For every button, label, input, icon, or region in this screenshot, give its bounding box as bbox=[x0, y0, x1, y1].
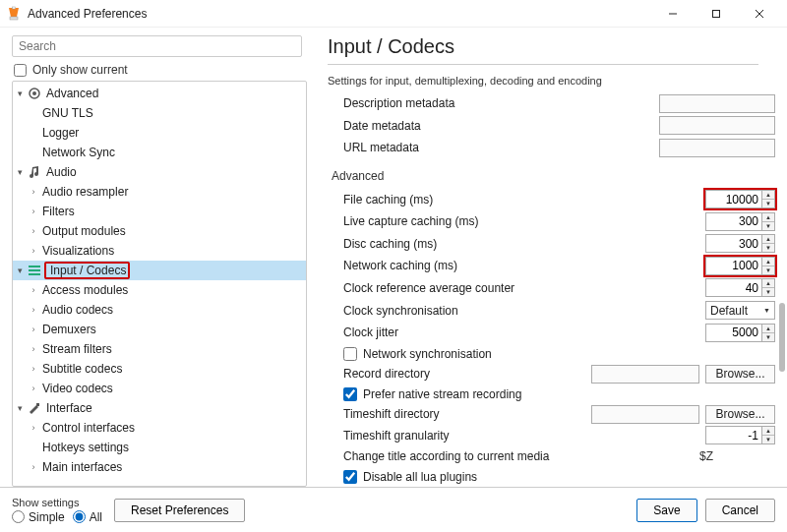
chevron-right-icon[interactable]: › bbox=[27, 325, 40, 334]
tree-item-main-interfaces[interactable]: ›Main interfaces bbox=[13, 457, 306, 477]
field-date-metadata: Date metadata bbox=[328, 116, 775, 137]
save-button[interactable]: Save bbox=[636, 499, 696, 522]
reset-preferences-button[interactable]: Reset Preferences bbox=[114, 499, 245, 522]
field-file-caching: File caching (ms)▲▼ bbox=[328, 190, 775, 210]
tree-item-network-sync[interactable]: Network Sync bbox=[13, 143, 306, 162]
tree-item-video-codecs[interactable]: ›Video codecs bbox=[13, 379, 306, 398]
clock-jitter-input[interactable] bbox=[705, 324, 762, 342]
tree-item-gnutls[interactable]: GNU TLS bbox=[13, 103, 306, 123]
tree-item-output-modules[interactable]: ›Output modules bbox=[13, 221, 306, 241]
record-browse-button[interactable]: Browse... bbox=[705, 365, 775, 384]
tree-item-audio[interactable]: ▾Audio bbox=[13, 162, 306, 182]
chevron-right-icon[interactable]: › bbox=[27, 226, 40, 236]
chevron-right-icon[interactable]: › bbox=[27, 305, 40, 315]
chevron-right-icon[interactable]: › bbox=[27, 187, 40, 197]
live-capture-input[interactable] bbox=[705, 212, 762, 231]
page-title: Input / Codecs bbox=[328, 35, 758, 65]
clock-sync-combo[interactable]: Default▼ bbox=[705, 301, 775, 320]
url-metadata-input[interactable] bbox=[659, 139, 775, 157]
chevron-right-icon[interactable]: › bbox=[27, 207, 40, 216]
timeshift-browse-button[interactable]: Browse... bbox=[705, 405, 775, 424]
close-button[interactable] bbox=[738, 0, 781, 28]
file-caching-input[interactable] bbox=[705, 190, 762, 208]
search-input[interactable] bbox=[12, 35, 302, 57]
chevron-down-icon: ▼ bbox=[763, 307, 770, 314]
radio-simple[interactable]: Simple bbox=[12, 510, 65, 524]
cancel-button[interactable]: Cancel bbox=[705, 499, 775, 522]
chevron-right-icon[interactable]: › bbox=[27, 364, 40, 374]
expand-icon[interactable]: ▾ bbox=[13, 403, 27, 413]
tree-item-hotkeys[interactable]: Hotkeys settings bbox=[13, 438, 306, 457]
field-clock-ref-avg: Clock reference average counter▲▼ bbox=[328, 278, 775, 299]
disable-lua-checkbox[interactable] bbox=[343, 470, 357, 484]
description-metadata-input[interactable] bbox=[659, 94, 775, 113]
radio-simple-input[interactable] bbox=[12, 510, 25, 523]
tree-item-audio-codecs[interactable]: ›Audio codecs bbox=[13, 300, 306, 320]
right-panel: Input / Codecs Settings for input, demul… bbox=[310, 28, 787, 487]
network-sync-checkbox[interactable] bbox=[343, 347, 357, 361]
sliders-icon bbox=[27, 263, 42, 278]
tree-item-visualizations[interactable]: ›Visualizations bbox=[13, 241, 306, 261]
tree-item-logger[interactable]: Logger bbox=[13, 123, 306, 143]
svg-rect-9 bbox=[29, 269, 40, 271]
live-capture-spin[interactable]: ▲▼ bbox=[705, 212, 775, 231]
field-record-directory: Record directoryBrowse... bbox=[328, 364, 775, 384]
clock-ref-input[interactable] bbox=[705, 278, 762, 297]
tree-item-input-codecs[interactable]: ▾Input / Codecs bbox=[13, 261, 306, 280]
tree-item-stream-filters[interactable]: ›Stream filters bbox=[13, 339, 306, 359]
page-subtitle: Settings for input, demultiplexing, deco… bbox=[328, 75, 775, 87]
right-scrollbar[interactable] bbox=[779, 106, 785, 479]
network-caching-input[interactable] bbox=[705, 257, 762, 275]
date-metadata-input[interactable] bbox=[659, 116, 775, 135]
show-settings-label: Show settings bbox=[12, 497, 102, 508]
timeshift-gran-spin[interactable]: ▲▼ bbox=[705, 426, 775, 444]
prefer-native-check[interactable]: Prefer native stream recording bbox=[328, 384, 775, 404]
chevron-right-icon[interactable]: › bbox=[27, 285, 40, 295]
chevron-right-icon[interactable]: › bbox=[27, 246, 40, 256]
titlebar: Advanced Preferences bbox=[0, 0, 787, 28]
expand-icon[interactable]: ▾ bbox=[13, 89, 27, 98]
disable-lua-check[interactable]: Disable all lua plugins bbox=[328, 467, 775, 488]
change-title-value: $Z bbox=[637, 449, 775, 463]
field-change-title: Change title according to current media$… bbox=[328, 446, 775, 467]
timeshift-dir-input[interactable] bbox=[591, 405, 699, 424]
svg-rect-3 bbox=[713, 10, 720, 17]
tree-item-control-interfaces[interactable]: ›Control interfaces bbox=[13, 418, 306, 438]
brush-icon bbox=[27, 400, 42, 416]
tree-item-access-modules[interactable]: ›Access modules bbox=[13, 280, 306, 300]
chevron-right-icon[interactable]: › bbox=[27, 384, 40, 393]
chevron-right-icon[interactable]: › bbox=[27, 344, 40, 354]
note-icon bbox=[27, 164, 42, 180]
clock-jitter-spin[interactable]: ▲▼ bbox=[705, 324, 775, 342]
tree-item-demuxers[interactable]: ›Demuxers bbox=[13, 320, 306, 339]
tree-item-filters[interactable]: ›Filters bbox=[13, 202, 306, 221]
only-show-current[interactable]: Only show current bbox=[14, 63, 310, 77]
only-show-current-checkbox[interactable] bbox=[14, 64, 27, 77]
record-dir-input[interactable] bbox=[591, 365, 699, 384]
tree-item-advanced[interactable]: ▾Advanced bbox=[13, 84, 306, 103]
network-caching-spin[interactable]: ▲▼ bbox=[705, 257, 775, 275]
disc-caching-input[interactable] bbox=[705, 234, 762, 253]
tree-item-interface[interactable]: ▾Interface bbox=[13, 398, 306, 418]
radio-all[interactable]: All bbox=[73, 510, 102, 524]
disc-caching-spin[interactable]: ▲▼ bbox=[705, 234, 775, 253]
tree-item-subtitle-codecs[interactable]: ›Subtitle codecs bbox=[13, 359, 306, 379]
minimize-button[interactable] bbox=[651, 0, 695, 28]
field-disc-caching: Disc caching (ms)▲▼ bbox=[328, 234, 775, 255]
radio-all-input[interactable] bbox=[73, 510, 86, 523]
chevron-right-icon[interactable]: › bbox=[27, 462, 40, 472]
prefer-native-checkbox[interactable] bbox=[343, 387, 357, 401]
chevron-right-icon[interactable]: › bbox=[27, 423, 40, 433]
network-sync-check[interactable]: Network synchronisation bbox=[328, 343, 775, 364]
preferences-tree[interactable]: ▾Advanced GNU TLS Logger Network Sync ▾A… bbox=[12, 81, 307, 487]
clock-ref-spin[interactable]: ▲▼ bbox=[705, 278, 775, 297]
expand-icon[interactable]: ▾ bbox=[13, 167, 27, 177]
svg-rect-8 bbox=[29, 266, 40, 267]
svg-rect-0 bbox=[10, 17, 18, 20]
timeshift-gran-input[interactable] bbox=[705, 426, 762, 444]
file-caching-spin[interactable]: ▲▼ bbox=[705, 190, 775, 208]
maximize-button[interactable] bbox=[695, 0, 738, 28]
scrollbar-thumb[interactable] bbox=[779, 303, 785, 372]
tree-item-audio-resampler[interactable]: ›Audio resampler bbox=[13, 182, 306, 202]
expand-icon[interactable]: ▾ bbox=[13, 266, 27, 275]
